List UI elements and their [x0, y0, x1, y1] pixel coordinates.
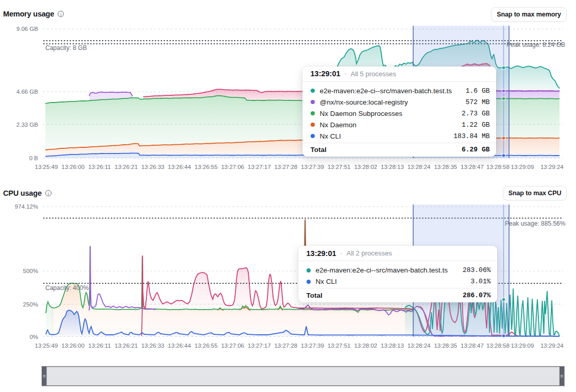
svg-text:13:28:47: 13:28:47	[461, 343, 484, 349]
svg-text:13:27:06: 13:27:06	[221, 343, 244, 349]
svg-text:13:29:09: 13:29:09	[511, 343, 534, 349]
svg-text:13:27:17: 13:27:17	[248, 164, 271, 170]
svg-text:13:27:51: 13:27:51	[328, 164, 351, 170]
svg-text:13:29:24: 13:29:24	[540, 343, 564, 349]
svg-text:13:28:02: 13:28:02	[354, 164, 377, 170]
svg-text:13:26:33: 13:26:33	[141, 164, 164, 170]
svg-text:13:26:44: 13:26:44	[168, 164, 191, 170]
svg-text:13:28:58: 13:28:58	[486, 164, 510, 170]
svg-text:13:27:17: 13:27:17	[248, 343, 271, 349]
svg-text:13:28:13: 13:28:13	[381, 164, 404, 170]
svg-text:Peak usage: 885.56%: Peak usage: 885.56%	[505, 220, 566, 227]
svg-text:13:29:09: 13:29:09	[511, 164, 534, 170]
svg-text:13:28:24: 13:28:24	[408, 164, 431, 170]
svg-text:9.06 GB: 9.06 GB	[16, 26, 39, 32]
svg-text:13:26:11: 13:26:11	[88, 343, 111, 349]
svg-text:4.66 GB: 4.66 GB	[16, 89, 39, 95]
svg-text:13:27:06: 13:27:06	[221, 164, 244, 170]
svg-text:13:28:13: 13:28:13	[381, 343, 404, 349]
svg-text:13:26:00: 13:26:00	[61, 164, 84, 170]
svg-text:13:26:00: 13:26:00	[61, 343, 84, 349]
svg-text:13:26:21: 13:26:21	[115, 164, 138, 170]
svg-text:13:26:55: 13:26:55	[195, 164, 218, 170]
svg-text:13:27:39: 13:27:39	[301, 343, 324, 349]
svg-text:250%: 250%	[23, 301, 38, 308]
svg-text:2.33 GB: 2.33 GB	[16, 122, 39, 128]
svg-text:13:28:02: 13:28:02	[354, 343, 377, 349]
svg-text:13:27:28: 13:27:28	[274, 164, 297, 170]
svg-text:13:25:49: 13:25:49	[35, 343, 58, 349]
svg-text:13:28:58: 13:28:58	[486, 343, 510, 349]
svg-text:500%: 500%	[23, 268, 38, 274]
svg-text:13:26:55: 13:26:55	[195, 343, 218, 349]
svg-text:13:26:11: 13:26:11	[88, 164, 111, 170]
svg-text:13:28:47: 13:28:47	[461, 164, 484, 170]
svg-text:13:29:24: 13:29:24	[540, 164, 564, 170]
svg-text:13:27:39: 13:27:39	[301, 164, 324, 170]
svg-text:0 B: 0 B	[29, 155, 39, 161]
svg-text:13:28:35: 13:28:35	[434, 164, 457, 170]
svg-text:Peak usage: 8.24 GB: Peak usage: 8.24 GB	[506, 41, 565, 48]
svg-text:13:27:51: 13:27:51	[328, 343, 351, 349]
svg-text:13:28:24: 13:28:24	[408, 343, 431, 349]
svg-text:13:25:49: 13:25:49	[35, 164, 58, 170]
svg-text:13:26:33: 13:26:33	[141, 343, 164, 349]
svg-text:13:27:28: 13:27:28	[274, 343, 297, 349]
svg-text:13:26:21: 13:26:21	[115, 343, 138, 349]
svg-text:0%: 0%	[29, 334, 38, 340]
svg-text:974.12%: 974.12%	[15, 203, 38, 210]
svg-text:13:26:44: 13:26:44	[168, 343, 191, 349]
svg-text:Capacity: 400%: Capacity: 400%	[45, 284, 89, 292]
svg-text:13:28:35: 13:28:35	[434, 343, 457, 349]
svg-text:Capacity: 8 GB: Capacity: 8 GB	[45, 44, 87, 52]
